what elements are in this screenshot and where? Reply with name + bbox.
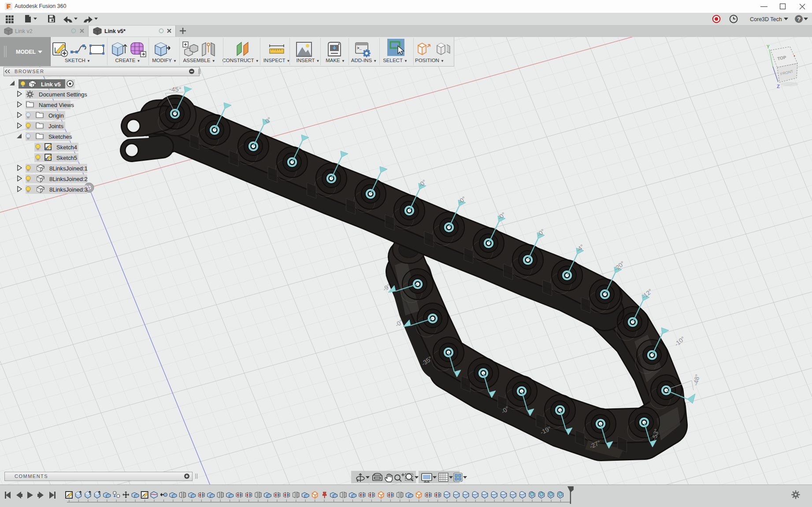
svg-text:Core3D Tech: Core3D Tech [750, 16, 782, 22]
svg-text:>_: >_ [357, 46, 362, 51]
svg-text:8LinksJoined:1: 8LinksJoined:1 [49, 165, 88, 172]
svg-text:Named Views: Named Views [39, 102, 74, 108]
svg-text:Origin: Origin [48, 112, 64, 119]
svg-text:Sketches: Sketches [48, 133, 72, 140]
svg-text:Y: Y [767, 44, 770, 49]
svg-text:8LinksJoined:3: 8LinksJoined:3 [49, 186, 88, 193]
svg-text:Document Settings: Document Settings [39, 91, 87, 98]
svg-text:-4°: -4° [575, 243, 586, 253]
svg-text:Sketch5: Sketch5 [56, 155, 77, 161]
svg-text:?: ? [797, 16, 801, 22]
svg-text:COMMENTS: COMMENTS [15, 474, 48, 479]
svg-text:Sketch4: Sketch4 [56, 144, 77, 151]
svg-text:Link v5: Link v5 [41, 81, 61, 88]
svg-text:-48°: -48° [692, 374, 701, 386]
svg-text:8LinksJoined:2: 8LinksJoined:2 [49, 176, 88, 182]
svg-text:-10°: -10° [673, 335, 686, 348]
svg-text:Joints: Joints [48, 123, 63, 130]
svg-text:Z: Z [777, 84, 780, 89]
svg-text:-0°: -0° [417, 178, 428, 189]
svg-text:-0°: -0° [457, 195, 467, 205]
